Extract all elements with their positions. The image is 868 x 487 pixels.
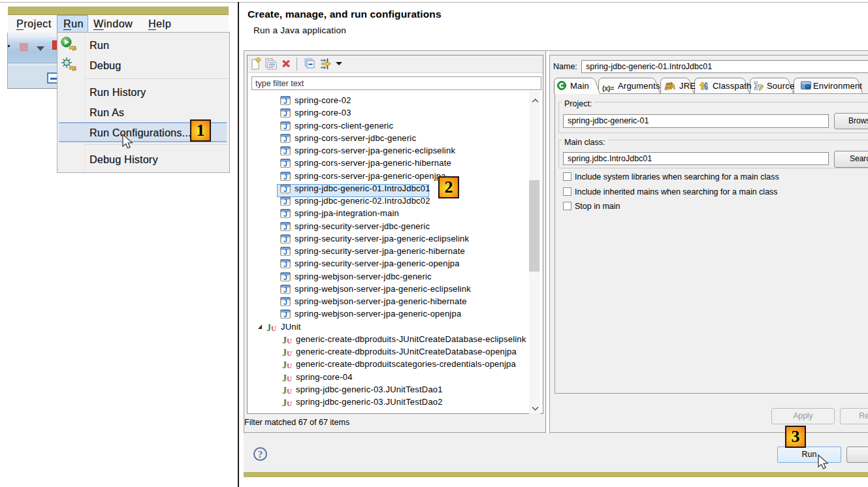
svg-text:J: J [283,110,287,118]
svg-text:J: J [283,236,287,244]
svg-text:J: J [283,223,287,231]
svg-text:J: J [283,148,287,155]
svg-text:J: J [283,123,287,131]
svg-text:J: J [283,286,287,294]
svg-text:J: J [283,173,287,181]
svg-text:J: J [283,160,287,168]
svg-text:J: J [283,185,287,193]
svg-text:J: J [283,311,287,319]
svg-text:J: J [283,97,287,105]
svg-text:J: J [283,248,287,256]
svg-text:J: J [283,298,287,306]
svg-text:J: J [283,260,287,268]
svg-text:J: J [283,274,287,281]
svg-text:J: J [283,210,287,218]
svg-text:J: J [283,198,287,206]
svg-text:J: J [283,135,287,143]
